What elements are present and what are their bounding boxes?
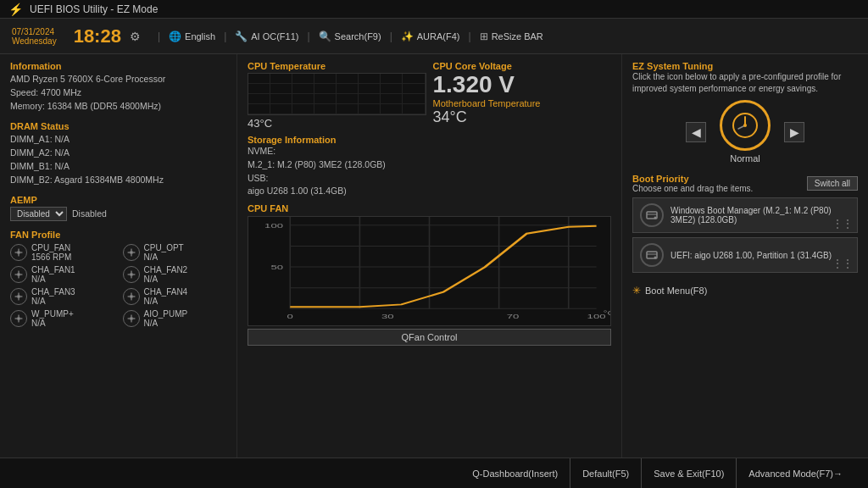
- boot-menu-label: Boot Menu(F8): [645, 286, 707, 296]
- ez-prev-button[interactable]: ◀: [686, 122, 706, 142]
- temp-chart-grid: [248, 74, 426, 114]
- fan-name: AIO_PUMP: [144, 309, 188, 319]
- fan-icon: [123, 266, 140, 283]
- fan-name: CPU_OPT: [144, 243, 184, 252]
- cpu-voltage-value-row: 1.320 V: [433, 71, 612, 98]
- fan-rpm: N/A: [31, 319, 74, 328]
- boot-menu-star-icon: ✳: [632, 285, 641, 297]
- divider: |: [307, 30, 309, 42]
- ai-oc-button[interactable]: 🔧 AI OC(F11): [235, 30, 298, 42]
- nvme-value: M.2_1: M.2 (P80) 3ME2 (128.0GB): [248, 158, 611, 172]
- cpu-voltage-label: CPU Core Voltage: [433, 61, 612, 71]
- cpu-fan-chart: 100 50 0 30 70 100 °C: [248, 216, 611, 326]
- nvme-label: NVME:: [248, 145, 611, 158]
- boot-priority-title: Boot Priority: [632, 174, 753, 184]
- dram-title: DRAM Status: [10, 121, 226, 131]
- cpu-voltage-value: 1.320 V: [433, 71, 515, 97]
- default-label: Default(F5): [582, 469, 629, 479]
- fan-profile-section: FAN Profile CPU_FAN 1566 RPM: [10, 230, 226, 328]
- qfan-control-button[interactable]: QFan Control: [248, 329, 611, 346]
- ez-gauge: Normal: [720, 100, 771, 164]
- q-dashboard-label: Q-Dashboard(Insert): [472, 469, 558, 479]
- fan-rpm: N/A: [144, 274, 188, 284]
- cpu-temp-label: CPU Temperature: [248, 61, 426, 71]
- aura-button[interactable]: ✨ AURA(F4): [401, 30, 460, 42]
- fan-icon: [123, 288, 140, 305]
- aemp-row: Disabled Disabled: [10, 207, 226, 221]
- aemp-section: AEMP Disabled Disabled: [10, 195, 226, 221]
- memory-info: Memory: 16384 MB (DDR5 4800MHz): [10, 100, 226, 114]
- ez-tuning-controls: ◀ Normal ▶: [632, 95, 858, 169]
- default-button[interactable]: Default(F5): [570, 458, 642, 488]
- mb-temp-label: Motherboard Temperature: [433, 98, 612, 108]
- ez-profile-label: Normal: [730, 153, 760, 164]
- fan-name: CHA_FAN2: [144, 265, 188, 274]
- search-button[interactable]: 🔍 Search(F9): [319, 30, 381, 42]
- aura-icon: ✨: [401, 30, 414, 42]
- boot-item-1-dots: ⋮⋮: [832, 218, 853, 230]
- gauge-icon[interactable]: [720, 100, 771, 151]
- fan-icon: [10, 310, 27, 327]
- boot-disk-icon-1: [640, 203, 664, 227]
- cpu-info: AMD Ryzen 5 7600X 6-Core Processor: [10, 73, 226, 86]
- save-exit-button[interactable]: Save & Exit(F10): [642, 458, 737, 488]
- advanced-mode-button[interactable]: Advanced Mode(F7)→: [737, 458, 854, 488]
- fan-rpm: N/A: [31, 297, 75, 306]
- fan-item: AIO_PUMP N/A: [123, 309, 227, 328]
- boot-priority-header-left: Boot Priority Choose one and drag the it…: [632, 174, 753, 193]
- settings-icon[interactable]: ⚙: [130, 30, 141, 43]
- fan-icon: [10, 244, 27, 261]
- svg-point-28: [654, 217, 657, 219]
- search-icon: 🔍: [319, 30, 331, 42]
- ez-next-button[interactable]: ▶: [784, 122, 804, 142]
- boot-menu-button[interactable]: ✳ Boot Menu(F8): [632, 283, 858, 298]
- boot-disk-icon-2: [640, 243, 664, 267]
- datetime-block: 07/31/2024 Wednesday: [12, 27, 57, 46]
- ez-tuning-desc: Click the icon below to apply a pre-conf…: [632, 71, 858, 95]
- dimm-a2: DIMM_A2: N/A: [10, 147, 226, 160]
- topbar: 07/31/2024 Wednesday 18:28 ⚙ | 🌐 English…: [0, 19, 868, 54]
- svg-point-31: [654, 257, 657, 259]
- dimm-a1: DIMM_A1: N/A: [10, 133, 226, 147]
- advanced-mode-label: Advanced Mode(F7)→: [748, 469, 843, 479]
- switch-all-button[interactable]: Switch all: [807, 176, 858, 191]
- dimm-b2: DIMM_B2: Asgard 16384MB 4800MHz: [10, 174, 226, 187]
- dram-section: DRAM Status DIMM_A1: N/A DIMM_A2: N/A DI…: [10, 121, 226, 186]
- divider: |: [390, 30, 392, 42]
- resize-icon: ⊞: [480, 30, 488, 42]
- cpu-temp-chart: [248, 73, 426, 115]
- usb-label: USB:: [248, 172, 611, 186]
- cpu-temp-value-row: 43°C: [248, 117, 426, 130]
- fan-name: W_PUMP+: [31, 309, 74, 319]
- boot-item-1[interactable]: Windows Boot Manager (M.2_1: M.2 (P80) 3…: [632, 197, 858, 233]
- boot-item-2[interactable]: UEFI: aigo U268 1.00, Partition 1 (31.4G…: [632, 237, 858, 273]
- svg-text:°C: °C: [604, 310, 610, 317]
- fan-rpm: N/A: [144, 252, 184, 262]
- ai-oc-icon: 🔧: [235, 30, 248, 42]
- storage-label: Storage Information: [248, 135, 611, 145]
- aemp-select[interactable]: Disabled: [10, 207, 67, 221]
- resize-bar-button[interactable]: ⊞ ReSize BAR: [480, 30, 543, 42]
- aemp-label: Disabled: [72, 208, 107, 221]
- svg-text:50: 50: [270, 263, 283, 271]
- mid-top: CPU Temperature: [248, 61, 611, 130]
- globe-icon: 🌐: [169, 30, 181, 42]
- fan-name: CHA_FAN3: [31, 287, 75, 297]
- main-content: Information AMD Ryzen 5 7600X 6-Core Pro…: [0, 54, 868, 458]
- resize-bar-label: ReSize BAR: [492, 31, 543, 42]
- fan-icon: [10, 266, 27, 283]
- aemp-title: AEMP: [10, 195, 226, 205]
- svg-text:100: 100: [264, 222, 283, 230]
- q-dashboard-button[interactable]: Q-Dashboard(Insert): [460, 458, 570, 488]
- date-display: 07/31/2024: [12, 27, 57, 36]
- cpu-fan-chart-label: CPU FAN: [248, 203, 611, 214]
- title-bar: ⚡ UEFI BIOS Utility - EZ Mode: [0, 0, 868, 19]
- language-selector[interactable]: 🌐 English: [169, 30, 215, 42]
- mb-temp-value: 34°C: [433, 108, 612, 126]
- information-section: Information AMD Ryzen 5 7600X 6-Core Pro…: [10, 61, 226, 113]
- fan-name: CHA_FAN1: [31, 265, 75, 274]
- cpu-voltage-section: CPU Core Voltage 1.320 V Motherboard Tem…: [433, 61, 612, 130]
- ez-tuning-section: EZ System Tuning Click the icon below to…: [632, 61, 858, 169]
- cpu-temp-value: 43°C: [248, 117, 272, 130]
- svg-point-26: [743, 124, 747, 127]
